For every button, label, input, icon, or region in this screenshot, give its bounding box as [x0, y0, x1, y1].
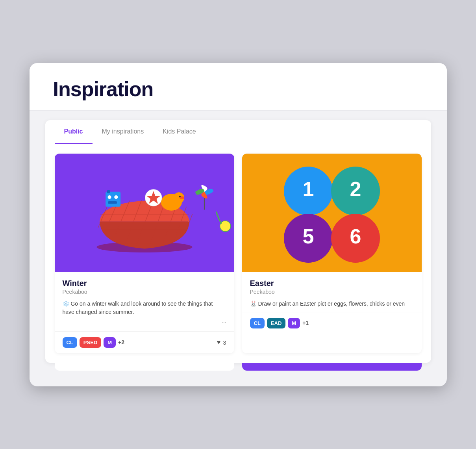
heart-icon: ♥ [217, 339, 221, 346]
winter-card-subtitle: Peekaboo [63, 289, 226, 295]
svg-text:6: 6 [350, 225, 361, 248]
winter-bg [55, 154, 234, 272]
winter-card-tags: CL PSED M +2 [63, 337, 125, 348]
svg-point-17 [107, 195, 111, 199]
easter-card-description: 🐰 Draw or paint an Easter pict er eggs, … [250, 300, 414, 308]
strip-right [242, 363, 422, 371]
easter-card-footer: CL EAD M +1 [242, 312, 422, 334]
winter-card-footer: CL PSED M +2 ♥ 3 [55, 331, 234, 353]
svg-rect-19 [108, 201, 117, 204]
winter-likes-count: 3 [223, 339, 226, 346]
svg-point-23 [179, 195, 181, 197]
svg-line-29 [216, 212, 219, 219]
winter-extra-tags: +2 [118, 339, 124, 345]
strip-left [55, 363, 234, 371]
winter-card-description: ❄️ Go on a winter walk and look around t… [63, 300, 226, 316]
easter-card: 1 2 5 6 [242, 154, 422, 353]
easter-extra-tags: +1 [302, 320, 309, 326]
easter-card-image: 1 2 5 6 [242, 154, 422, 272]
easter-card-subtitle: Peekaboo [250, 289, 414, 295]
winter-card-image [55, 154, 234, 272]
tabs-card: Public My inspirations Kids Palace [45, 120, 431, 363]
easter-card-body: Easter Peekaboo 🐰 Draw or paint an Easte… [242, 272, 422, 308]
tag-cl: CL [63, 337, 77, 348]
winter-likes: ♥ 3 [217, 339, 226, 346]
svg-text:1: 1 [302, 178, 314, 200]
easter-tag-ead: EAD [267, 318, 285, 328]
tabs-header: Public My inspirations Kids Palace [45, 120, 431, 144]
page-title: Inspiration [53, 77, 423, 101]
svg-point-18 [114, 195, 118, 199]
page-header: Inspiration [30, 63, 447, 111]
winter-card: Winter Peekaboo ❄️ Go on a winter walk a… [55, 154, 234, 353]
tag-m: M [104, 337, 116, 348]
easter-card-title: Easter [250, 279, 414, 288]
winter-illustration-svg [55, 154, 234, 272]
svg-line-28 [219, 219, 221, 223]
svg-text:2: 2 [350, 178, 361, 200]
svg-rect-15 [106, 191, 120, 206]
easter-tag-m: M [288, 318, 300, 328]
easter-illustration-svg: 1 2 5 6 [242, 154, 422, 272]
tab-kids-palace[interactable]: Kids Palace [153, 120, 206, 144]
winter-card-body: Winter Peekaboo ❄️ Go on a winter walk a… [55, 272, 234, 327]
winter-card-title: Winter [63, 279, 226, 288]
easter-bg: 1 2 5 6 [242, 154, 422, 272]
tag-psed: PSED [80, 337, 101, 348]
easter-card-tags: CL EAD M +1 [250, 318, 309, 328]
svg-text:5: 5 [302, 225, 314, 248]
tab-my-inspirations[interactable]: My inspirations [93, 120, 154, 144]
tab-public[interactable]: Public [55, 120, 93, 144]
bottom-strip [45, 363, 431, 371]
app-container: Inspiration Public My inspirations Kids … [30, 63, 447, 386]
winter-card-more: ... [63, 318, 226, 327]
easter-tag-cl: CL [250, 318, 265, 328]
cards-grid: Winter Peekaboo ❄️ Go on a winter walk a… [45, 144, 431, 363]
svg-rect-16 [107, 190, 110, 193]
content-area: Public My inspirations Kids Palace [30, 111, 447, 386]
